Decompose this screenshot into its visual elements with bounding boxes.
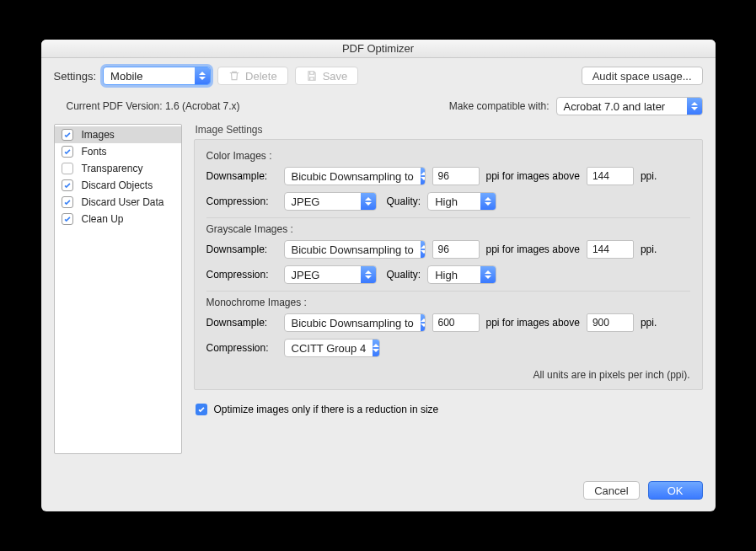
gray-downsample-select[interactable]: Bicubic Downsampling to (284, 240, 426, 259)
panel-title: Image Settings (194, 124, 703, 139)
sidebar-item-transparency[interactable]: Transparency (55, 160, 181, 177)
downsample-label: Downsample: (206, 170, 277, 182)
current-version-label: Current PDF Version: 1.6 (Acrobat 7.x) (67, 100, 240, 112)
compression-label: Compression: (206, 269, 277, 281)
audit-space-button[interactable]: Audit space usage... (582, 67, 703, 85)
save-button-label: Save (323, 70, 348, 83)
chevron-updown-icon (421, 241, 426, 258)
pdf-optimizer-dialog: PDF Optimizer Settings: Mobile Delete Sa… (41, 40, 716, 511)
optimize-row: Optimize images only if there is a reduc… (194, 390, 703, 415)
mono-downsample-select[interactable]: Bicubic Downsampling to (284, 313, 426, 332)
mono-compression-select[interactable]: CCITT Group 4 (284, 339, 380, 357)
ppi-unit-label: ppi. (641, 317, 657, 329)
gray-compression-select[interactable]: JPEG (284, 265, 377, 284)
window-titlebar: PDF Optimizer (41, 40, 716, 58)
compat-label: Make compatible with: (449, 100, 550, 112)
chevron-updown-icon (195, 67, 210, 84)
gray-above-input[interactable] (587, 240, 634, 259)
compat-select[interactable]: Acrobat 7.0 and later (556, 97, 703, 115)
sidebar-item-discard-user-data[interactable]: Discard User Data (55, 194, 181, 211)
settings-panel-area: Image Settings Color Images : Downsample… (194, 124, 703, 463)
chevron-updown-icon (361, 266, 376, 283)
compression-label: Compression: (206, 342, 277, 354)
category-sidebar: ImagesFontsTransparencyDiscard ObjectsDi… (54, 124, 182, 454)
sidebar-item-label: Fonts (82, 146, 107, 158)
sidebar-checkbox[interactable] (62, 163, 73, 174)
mono-above-input[interactable] (587, 313, 634, 332)
dialog-footer: Cancel OK (41, 473, 716, 511)
color-downsample-select[interactable]: Bicubic Downsampling to (284, 167, 426, 185)
floppy-icon (306, 70, 318, 82)
color-compression-select[interactable]: JPEG (284, 192, 377, 211)
ppi-mid-label: ppi for images above (486, 243, 580, 255)
compression-label: Compression: (206, 195, 277, 207)
chevron-updown-icon (421, 168, 426, 185)
chevron-updown-icon (480, 193, 496, 210)
chevron-updown-icon (480, 266, 496, 283)
window-title: PDF Optimizer (342, 42, 414, 55)
check-icon (63, 147, 72, 156)
ppi-unit-label: ppi. (641, 170, 657, 182)
optimize-checkbox-label: Optimize images only if there is a reduc… (214, 404, 439, 415)
toolbar: Settings: Mobile Delete Save Audit space… (41, 58, 716, 92)
quality-label: Quality: (387, 269, 421, 281)
sidebar-item-label: Discard User Data (82, 196, 164, 208)
sidebar-item-discard-objects[interactable]: Discard Objects (55, 177, 181, 194)
delete-button[interactable]: Delete (217, 67, 288, 85)
ppi-unit-label: ppi. (641, 243, 657, 255)
settings-select-value: Mobile (104, 70, 195, 83)
settings-select[interactable]: Mobile (103, 67, 211, 85)
trash-icon (228, 70, 240, 82)
color-images-heading: Color Images : (206, 150, 690, 162)
sidebar-item-images[interactable]: Images (55, 126, 181, 143)
check-icon (63, 131, 72, 139)
compat-select-value: Acrobat 7.0 and later (557, 100, 687, 113)
units-note: All units are in pixels per inch (ppi). (206, 364, 690, 381)
chevron-updown-icon (421, 314, 426, 331)
color-ppi-input[interactable] (432, 167, 480, 185)
sidebar-item-label: Clean Up (82, 213, 124, 225)
optimize-checkbox[interactable] (196, 404, 207, 415)
gray-quality-select[interactable]: High (427, 265, 496, 284)
ok-button[interactable]: OK (648, 481, 703, 500)
chevron-updown-icon (687, 98, 702, 115)
color-above-input[interactable] (587, 167, 634, 185)
sidebar-checkbox[interactable] (62, 146, 73, 158)
grayscale-images-heading: Grayscale Images : (206, 223, 690, 235)
check-icon (63, 181, 72, 190)
sidebar-item-clean-up[interactable]: Clean Up (55, 211, 181, 227)
check-icon (197, 405, 206, 414)
quality-label: Quality: (387, 195, 421, 207)
chevron-updown-icon (373, 340, 379, 356)
sidebar-checkbox[interactable] (62, 129, 73, 141)
image-settings-panel: Color Images : Downsample: Bicubic Downs… (194, 139, 703, 390)
delete-button-label: Delete (245, 70, 277, 83)
chevron-updown-icon (361, 193, 376, 210)
audit-space-label: Audit space usage... (592, 70, 692, 83)
monochrome-images-heading: Monochrome Images : (206, 297, 690, 308)
sidebar-checkbox[interactable] (62, 179, 73, 191)
save-button[interactable]: Save (295, 67, 359, 85)
sidebar-item-label: Images (82, 129, 115, 141)
check-icon (63, 215, 72, 223)
sidebar-item-fonts[interactable]: Fonts (55, 143, 181, 160)
sidebar-checkbox[interactable] (62, 196, 73, 208)
mono-ppi-input[interactable] (432, 313, 480, 332)
downsample-label: Downsample: (206, 243, 277, 255)
downsample-label: Downsample: (206, 317, 277, 329)
gray-ppi-input[interactable] (432, 240, 480, 259)
cancel-button[interactable]: Cancel (583, 481, 639, 500)
ppi-mid-label: ppi for images above (486, 170, 580, 182)
color-quality-select[interactable]: High (427, 192, 496, 211)
version-row: Current PDF Version: 1.6 (Acrobat 7.x) M… (41, 92, 716, 124)
ppi-mid-label: ppi for images above (486, 317, 580, 329)
sidebar-item-label: Discard Objects (82, 179, 153, 191)
settings-label: Settings: (54, 70, 97, 83)
sidebar-item-label: Transparency (82, 163, 143, 174)
check-icon (63, 198, 72, 206)
sidebar-checkbox[interactable] (62, 213, 73, 225)
